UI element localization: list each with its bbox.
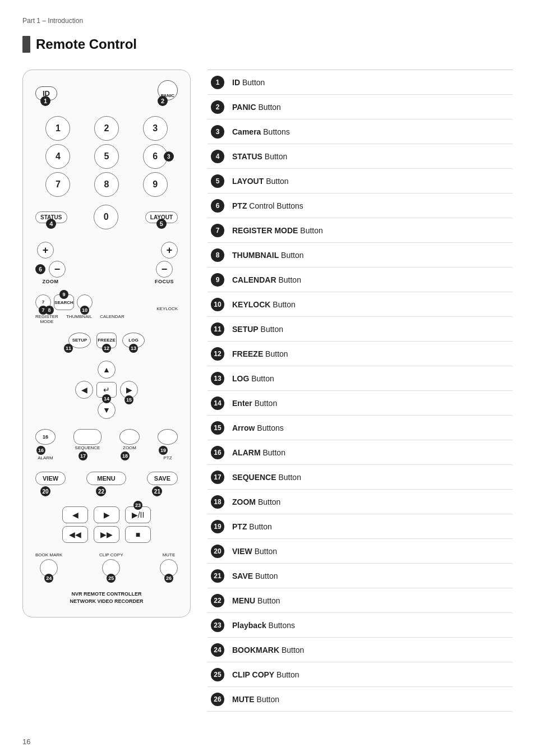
remote-control-image: ID 1 PANIC 2 1 2 3 4 [22,70,191,617]
button-badge-19: 19 [211,520,224,533]
playback-row-2: ◀◀ ▶▶ ■ [35,526,178,543]
badge-17: 17 [79,451,87,460]
num-btn-9[interactable]: 9 [143,172,168,197]
status-zero-layout-row: STATUS 4 0 LAYOUT 5 [35,205,178,229]
num-btn-0[interactable]: 0 [94,205,118,229]
badge-6: 6 [35,264,45,274]
pb-fastfwd-button[interactable]: ▶▶ [94,526,119,543]
num-btn-3[interactable]: 3 [143,116,168,141]
button-description-22: MENU Button [232,596,280,605]
button-description-19: PTZ Button [232,522,272,531]
clip-copy-label: CLIP COPY [99,553,123,558]
button-badge-10: 10 [211,298,224,311]
num-btn-8[interactable]: 8 [94,172,119,197]
title-bar-decoration [22,36,30,53]
list-item: 25CLIP COPY Button [207,662,513,687]
list-item: 1ID Button [207,70,513,95]
ptz2-button[interactable] [158,429,178,445]
list-item: 8THUMBNAIL Button [207,243,513,268]
arrow-down-button[interactable]: ▼ [98,401,116,419]
badge-21: 21 [152,486,162,496]
badge-22: 22 [96,486,106,496]
pb-rew-button[interactable]: ◀ [62,506,88,523]
button-badge-11: 11 [211,322,224,336]
button-badge-2: 2 [211,100,224,114]
zoom-plus-button[interactable]: + [37,242,54,259]
bookmark-group: BOOK MARK 24 [35,553,62,577]
num-btn-5[interactable]: 5 [94,144,119,169]
page-title: Remote Control [36,36,137,52]
pb-stop-button[interactable]: ■ [125,526,151,543]
list-item: 15Arrow Buttons [207,416,513,440]
section-title: Remote Control [22,36,513,53]
breadcrumb: Part 1 – Introduction [22,17,513,25]
arrow-left-button[interactable]: ◀ [75,381,93,399]
button-badge-4: 4 [211,150,224,163]
button-description-16: ALARM Button [232,448,285,457]
button-description-13: LOG Button [232,374,274,383]
save-button[interactable]: SAVE [147,472,178,485]
zoom-group: + 6 − ZOOM [35,242,66,284]
button-badge-14: 14 [211,397,224,410]
nvr-label: NVR REMOTE CONTROLLER NETWORK VIDEO RECO… [70,591,143,605]
list-item: 4STATUS Button [207,144,513,169]
button-description-14: Enter Button [232,399,277,408]
badge-19: 19 [159,446,168,455]
arrow-up-button[interactable]: ▲ [98,361,116,379]
content-area: ID 1 PANIC 2 1 2 3 4 [22,70,513,712]
button-description-7: REGISTER MODE Button [232,226,323,235]
setup-label: SETUP [72,338,87,343]
badge-8: 8 [45,306,54,315]
button-badge-23: 23 [211,619,224,632]
button-badge-15: 15 [211,421,224,435]
pb-fastrew-button[interactable]: ◀◀ [62,526,88,543]
badge-13: 13 [129,344,138,353]
thumbnail-label: THUMBNAIL [66,315,92,325]
view-button[interactable]: VIEW [35,472,66,485]
button-description-9: CALENDAR Button [232,275,301,284]
zoom2-button[interactable] [119,429,140,445]
zoom-minus-button[interactable]: − [49,261,66,278]
menu-button[interactable]: MENU [86,472,126,485]
list-item: 26MUTE Button [207,687,513,712]
button-badge-20: 20 [211,545,224,558]
num-btn-2[interactable]: 2 [94,116,119,141]
badge-18: 18 [121,451,130,460]
sequence-label: SEQUENCE [75,446,100,451]
list-item: 11SETUP Button [207,317,513,342]
zoom-label: ZOOM [43,279,59,284]
badge-26: 26 [164,574,173,583]
alarm-button[interactable]: 16 [35,429,56,445]
num-btn-7[interactable]: 7 [45,172,70,197]
button-description-18: ZOOM Button [232,497,280,506]
calendar-label: CALENDAR [100,315,124,325]
button-description-23: Playback Buttons [232,621,295,630]
list-item: 5LAYOUT Button [207,169,513,193]
focus-minus-button[interactable]: − [156,261,173,278]
button-description-2: PANIC Button [232,103,281,112]
button-description-1: ID Button [232,78,265,87]
button-badge-18: 18 [211,495,224,509]
button-description-15: Arrow Buttons [232,423,284,432]
button-badge-3: 3 [211,125,224,139]
sequence-button[interactable] [73,429,102,445]
clip-copy-group: CLIP COPY 25 [99,553,123,577]
list-item: 17SEQUENCE Button [207,465,513,490]
pb-play-button[interactable]: ▶ [94,506,119,523]
button-badge-24: 24 [211,643,224,657]
num-btn-6[interactable]: 6 3 [143,144,168,169]
mute-group: MUTE 26 [160,553,178,577]
zoom2-label: ZOOM [123,446,136,451]
focus-group: + − FOCUS [151,242,178,284]
button-badge-13: 13 [211,372,224,385]
focus-plus-button[interactable]: + [161,242,178,259]
num-btn-1[interactable]: 1 [45,116,70,141]
bookmark-label: BOOK MARK [35,553,62,558]
alarm-label: ALARM [38,456,53,461]
button-badge-12: 12 [211,347,224,361]
bottom-row: BOOK MARK 24 CLIP COPY 25 [35,553,178,577]
badge-12: 12 [102,344,111,353]
badge-16: 16 [36,446,45,455]
num-btn-4[interactable]: 4 [45,144,70,169]
badge-1: 1 [40,96,50,106]
